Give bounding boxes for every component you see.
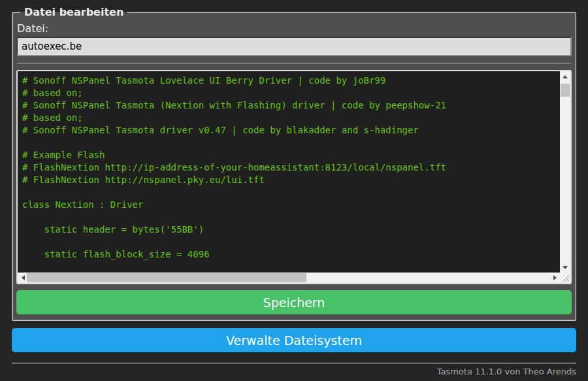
scroll-down-icon[interactable] — [560, 262, 570, 273]
edit-file-fieldset: Datei bearbeiten Datei: # Sonoff NSPanel… — [12, 6, 576, 321]
file-name-input[interactable] — [16, 37, 572, 56]
save-button[interactable]: Speichern — [16, 290, 572, 314]
horizontal-scrollbar-thumb[interactable] — [27, 273, 306, 282]
scroll-up-icon[interactable] — [560, 71, 570, 82]
file-content-textarea[interactable]: # Sonoff NSPanel Tasmota Lovelace UI Ber… — [16, 70, 572, 284]
form-divider — [17, 63, 571, 64]
page-container: Datei bearbeiten Datei: # Sonoff NSPanel… — [0, 0, 588, 376]
file-content[interactable]: # Sonoff NSPanel Tasmota Lovelace UI Ber… — [18, 71, 560, 273]
tasmota-version-link[interactable]: Tasmota 11.1.0 — [437, 367, 502, 376]
footer: Tasmota 11.1.0 von Theo Arends — [12, 367, 576, 376]
vertical-scrollbar[interactable] — [560, 71, 570, 273]
scroll-right-icon[interactable] — [549, 273, 560, 283]
file-name-label: Datei: — [17, 22, 572, 35]
footer-divider — [12, 363, 576, 364]
manage-filesystem-button[interactable]: Verwalte Dateisystem — [12, 328, 576, 352]
vertical-scrollbar-thumb[interactable] — [561, 84, 570, 97]
edit-file-legend: Datei bearbeiten — [20, 6, 127, 18]
footer-credit-text: von Theo Arends — [502, 367, 576, 376]
horizontal-scrollbar[interactable] — [18, 273, 560, 283]
resize-grip-icon[interactable] — [560, 273, 570, 283]
